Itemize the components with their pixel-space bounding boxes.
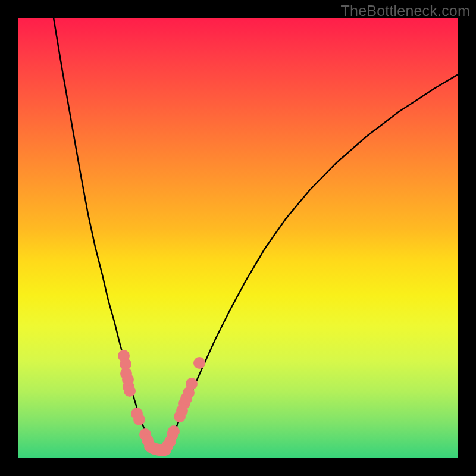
frame: TheBottleneck.com — [0, 0, 476, 476]
data-point — [168, 425, 180, 437]
data-point — [186, 378, 198, 390]
data-point — [124, 385, 136, 397]
plot-area — [18, 18, 458, 458]
bottleneck-curve — [54, 18, 458, 453]
data-point — [133, 414, 145, 425]
data-point — [193, 357, 205, 369]
chart-svg — [18, 18, 458, 458]
data-points-group — [118, 350, 205, 456]
watermark-text: TheBottleneck.com — [341, 2, 470, 20]
